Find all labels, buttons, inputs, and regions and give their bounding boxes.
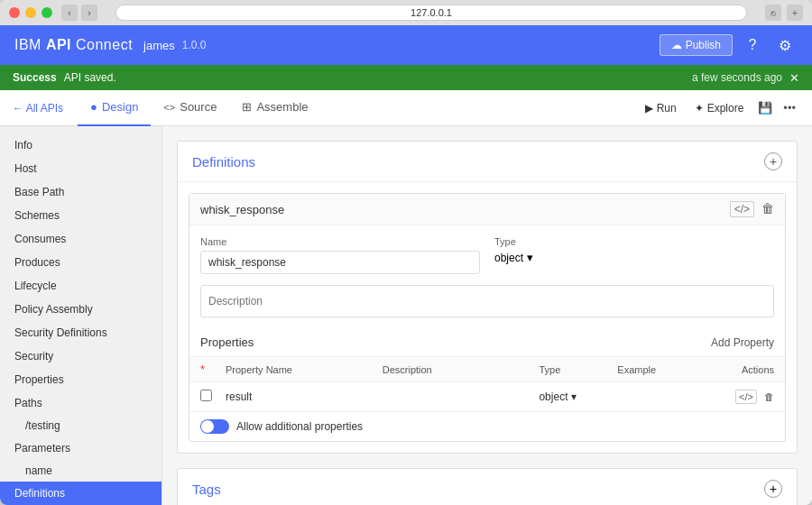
description-input[interactable] bbox=[200, 285, 774, 317]
maximize-traffic-light[interactable] bbox=[42, 7, 52, 18]
name-input[interactable] bbox=[200, 251, 480, 274]
main-layout: Info Host Base Path Schemes Consumes Pro… bbox=[0, 126, 812, 505]
share-button[interactable]: ⎋ bbox=[765, 5, 781, 21]
sidebar-item-label: Lifecycle bbox=[14, 280, 57, 292]
status-timestamp: a few seconds ago bbox=[692, 71, 782, 84]
traffic-lights bbox=[9, 7, 52, 18]
definition-code-button[interactable]: </> bbox=[730, 201, 754, 217]
col-required: * bbox=[200, 363, 226, 376]
col-description: Description bbox=[383, 364, 540, 375]
sidebar-item-parameters[interactable]: Parameters bbox=[0, 436, 161, 460]
sidebar-item-produces[interactable]: Produces bbox=[0, 251, 161, 274]
save-button[interactable]: 💾 bbox=[754, 97, 776, 118]
sidebar-item-paths[interactable]: Paths bbox=[0, 391, 161, 415]
sidebar-item-label: Parameters bbox=[14, 442, 70, 454]
assemble-tab-icon: ⊞ bbox=[242, 100, 252, 114]
minimize-traffic-light[interactable] bbox=[25, 7, 36, 18]
sidebar-item-properties[interactable]: Properties bbox=[0, 368, 161, 391]
sidebar-item-security[interactable]: Security bbox=[0, 344, 161, 368]
close-traffic-light[interactable] bbox=[9, 7, 20, 18]
type-chevron-icon[interactable] bbox=[571, 390, 577, 403]
brand-api: API bbox=[46, 37, 71, 52]
titlebar: ‹ › 127.0.0.1 ⎋ + bbox=[0, 0, 812, 25]
sidebar-item-security-definitions[interactable]: Security Definitions bbox=[0, 321, 161, 344]
new-tab-button[interactable]: + bbox=[787, 5, 803, 21]
sidebar-item-lifecycle[interactable]: Lifecycle bbox=[0, 274, 161, 298]
sidebar-item-definitions[interactable]: Definitions bbox=[0, 482, 161, 505]
definitions-header: Definitions + bbox=[178, 142, 797, 182]
chevron-down-icon bbox=[527, 251, 533, 264]
tags-title: Tags bbox=[192, 482, 764, 497]
sidebar-item-schemes[interactable]: Schemes bbox=[0, 204, 161, 227]
run-button[interactable]: ▶ Run bbox=[638, 98, 684, 118]
explore-button[interactable]: ✦ Explore bbox=[687, 98, 752, 118]
more-button[interactable]: ••• bbox=[780, 97, 799, 118]
save-icon: 💾 bbox=[758, 101, 772, 115]
sidebar-item-label: Consumes bbox=[14, 233, 66, 245]
add-property-button[interactable]: Add Property bbox=[711, 336, 774, 349]
source-tab-label: Source bbox=[180, 100, 217, 114]
content-area: Definitions + whisk_response </> 🗑 bbox=[162, 126, 812, 505]
tab-source[interactable]: <> Source bbox=[151, 90, 229, 126]
sidebar-item-host[interactable]: Host bbox=[0, 157, 161, 180]
tab-design[interactable]: ● Design bbox=[78, 90, 151, 126]
sidebar-item-name[interactable]: name bbox=[0, 460, 161, 482]
property-actions: </> 🗑 bbox=[696, 390, 774, 404]
definition-item-header: whisk_response </> 🗑 bbox=[189, 194, 785, 225]
status-label: Success bbox=[13, 71, 57, 84]
help-button[interactable]: ? bbox=[740, 32, 765, 58]
address-bar[interactable]: 127.0.0.1 bbox=[115, 5, 747, 21]
type-text: object bbox=[539, 390, 567, 403]
sidebar-item-testing[interactable]: /testing bbox=[0, 415, 161, 436]
property-row: result object </> 🗑 bbox=[189, 382, 785, 412]
name-field-group: Name bbox=[200, 236, 480, 274]
definition-name: whisk_response bbox=[200, 203, 730, 216]
properties-container: Properties Add Property * Property Name … bbox=[189, 328, 785, 441]
cloud-icon: ☁ bbox=[671, 39, 682, 51]
sidebar-item-label: Info bbox=[14, 139, 32, 152]
required-checkbox[interactable] bbox=[200, 390, 212, 401]
col-property-name: Property Name bbox=[226, 364, 383, 375]
property-delete-button[interactable]: 🗑 bbox=[764, 391, 774, 402]
definition-delete-button[interactable]: 🗑 bbox=[761, 201, 774, 217]
design-tab-icon: ● bbox=[90, 100, 97, 114]
definition-item-actions: </> 🗑 bbox=[730, 201, 774, 217]
sidebar-item-consumes[interactable]: Consumes bbox=[0, 227, 161, 251]
publish-button[interactable]: ☁ Publish bbox=[660, 34, 733, 56]
name-label: Name bbox=[200, 236, 480, 247]
tags-add-button[interactable]: + bbox=[764, 480, 782, 498]
sidebar-item-policy-assembly[interactable]: Policy Assembly bbox=[0, 298, 161, 321]
app-user: james bbox=[143, 39, 175, 52]
nav-actions: ▶ Run ✦ Explore 💾 ••• bbox=[638, 97, 799, 118]
assemble-tab-label: Assemble bbox=[256, 100, 308, 114]
property-checkbox[interactable] bbox=[200, 390, 226, 404]
back-nav-button[interactable]: ‹ bbox=[61, 5, 78, 21]
sidebar-item-label: /testing bbox=[25, 419, 60, 432]
sidebar-item-label: Definitions bbox=[14, 487, 65, 500]
all-apis-link[interactable]: ← All APIs bbox=[13, 102, 63, 115]
sidebar-item-label: Policy Assembly bbox=[14, 303, 93, 316]
definitions-add-button[interactable]: + bbox=[764, 152, 782, 170]
nav-tabs: ← All APIs ● Design <> Source ⊞ Assemble… bbox=[0, 90, 812, 126]
definitions-section: Definitions + whisk_response </> 🗑 bbox=[177, 141, 798, 454]
status-close-button[interactable]: ✕ bbox=[789, 71, 799, 85]
sidebar-item-base-path[interactable]: Base Path bbox=[0, 180, 161, 204]
allow-additional-toggle[interactable] bbox=[200, 419, 229, 434]
sidebar-item-info[interactable]: Info bbox=[0, 133, 161, 157]
definitions-title: Definitions bbox=[192, 154, 764, 170]
back-label: ← All APIs bbox=[13, 102, 63, 115]
property-name: result bbox=[226, 390, 383, 403]
help-icon: ? bbox=[749, 37, 757, 53]
publish-label: Publish bbox=[686, 39, 721, 51]
property-code-button[interactable]: </> bbox=[735, 390, 757, 404]
run-icon: ▶ bbox=[645, 102, 653, 115]
sidebar-item-label: Properties bbox=[14, 373, 64, 386]
more-icon: ••• bbox=[783, 101, 796, 115]
settings-button[interactable]: ⚙ bbox=[772, 32, 798, 58]
explore-icon: ✦ bbox=[695, 102, 704, 115]
forward-nav-button[interactable]: › bbox=[81, 5, 97, 21]
tab-assemble[interactable]: ⊞ Assemble bbox=[229, 90, 320, 126]
status-bar: Success API saved. a few seconds ago ✕ bbox=[0, 65, 812, 90]
definition-fields: Name Type object bbox=[189, 225, 785, 285]
tags-section: Tags + No tags defined bbox=[177, 468, 798, 505]
